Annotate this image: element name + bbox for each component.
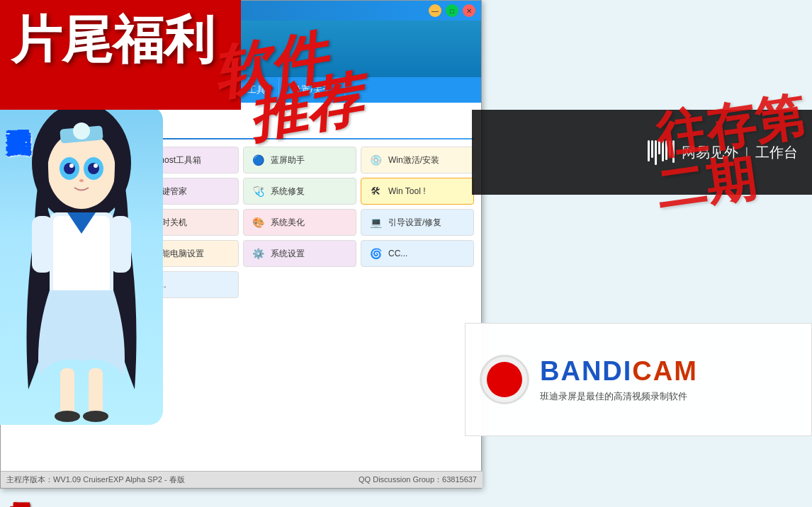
bandicam-subtitle: 班迪录屏是最佳的高清视频录制软件: [540, 390, 698, 403]
tool-wintool-label: Win Tool !: [388, 186, 425, 196]
tool-label: 系统美化: [271, 217, 305, 229]
line8: [672, 140, 675, 163]
svg-point-1: [47, 131, 115, 209]
line5: [662, 140, 664, 161]
tool-wintool[interactable]: 🛠 Win Tool !: [361, 178, 474, 205]
anime-character: [0, 106, 163, 425]
bluescreen-icon: 🔵: [249, 152, 266, 169]
status-bar: 主程序版本：WV1.09 CruiserEXP Alpha SP2 - 春版 Q…: [1, 471, 483, 488]
repair-icon: 🩺: [249, 183, 266, 200]
tool-sys-settings[interactable]: ⚙️ 系统设置: [243, 240, 356, 267]
bandicam-logo-part2: CAM: [632, 356, 698, 386]
tool-label: 系统设置: [271, 248, 305, 260]
bootloader-icon: 💻: [367, 214, 384, 231]
cc-icon: 🌀: [367, 245, 384, 262]
tool-bluescreen[interactable]: 🔵 蓝屏助手: [243, 147, 356, 173]
close-button[interactable]: ✕: [463, 4, 475, 17]
version-text: 主程序版本：WV1.09 CruiserEXP Alpha SP2 - 春版: [6, 474, 185, 485]
nav-tab-settings[interactable]: 设置/关于: [279, 77, 345, 103]
sys-settings-icon: ⚙️: [249, 245, 266, 262]
svg-point-6: [69, 164, 74, 168]
bandicam-record-circle: [487, 362, 522, 397]
tool-label: CC...: [388, 249, 407, 258]
screenshot-container: 片尾福利 主程序 - 纪念版 — □ ✕ 🏠 🔧 ⭐ 💬 首页 系统工具: [0, 0, 812, 507]
line7: [669, 140, 671, 156]
bandicam-logo: BANDICAM: [540, 356, 698, 387]
tool-cc[interactable]: 🌀 CC...: [361, 240, 474, 267]
tool-label: 蓝屏助手: [271, 154, 305, 166]
svg-point-10: [73, 123, 90, 139]
tool-win-activate[interactable]: 💿 Win激活/安装: [361, 147, 474, 173]
red-banner: 片尾福利: [0, 0, 241, 110]
bandicam-overlay: BANDICAM 班迪录屏是最佳的高清视频录制软件: [465, 323, 812, 436]
svg-point-7: [94, 164, 98, 168]
svg-point-17: [55, 411, 80, 422]
bandicam-record-button[interactable]: [480, 355, 529, 404]
tool-bootloader[interactable]: 💻 引导设置/修复: [361, 209, 474, 236]
window-controls: — □ ✕: [429, 4, 475, 17]
line4: [658, 140, 660, 154]
netease-divider: |: [745, 146, 748, 159]
minimize-button[interactable]: —: [429, 4, 441, 17]
svg-point-5: [88, 163, 99, 174]
character-background: [0, 106, 163, 425]
netease-lines-icon: [648, 140, 675, 165]
qq-text: QQ Discussion Group：63815637: [359, 474, 477, 485]
svg-rect-16: [89, 368, 103, 418]
line6: [665, 140, 667, 160]
beautify-icon: 🎨: [249, 214, 266, 231]
svg-rect-15: [60, 368, 74, 418]
red-banner-text: 片尾福利: [0, 0, 241, 79]
win-activate-icon: 💿: [367, 152, 384, 169]
svg-rect-13: [32, 216, 53, 273]
nav-tab-tools[interactable]: 工具: [235, 77, 279, 103]
bandicam-logo-part1: BANDI: [540, 356, 632, 386]
tool-repair[interactable]: 🩺 系统修复: [243, 178, 356, 205]
netease-text: 网易见外: [682, 143, 738, 162]
tool-label: 系统修复: [271, 186, 305, 198]
bandicam-text-area: BANDICAM 班迪录屏是最佳的高清视频录制软件: [540, 356, 698, 403]
netease-logo: [648, 140, 675, 165]
svg-point-4: [64, 163, 75, 174]
maximize-button[interactable]: □: [446, 4, 458, 17]
netease-panel: 网易见外 | 工作台: [472, 110, 812, 195]
svg-point-8: [79, 179, 84, 182]
svg-rect-14: [110, 216, 131, 273]
line2: [651, 140, 653, 158]
line1: [648, 140, 650, 161]
tool-label: 引导设置/修复: [388, 217, 441, 229]
netease-workspace: 工作台: [755, 143, 798, 162]
svg-point-18: [83, 411, 108, 422]
wintool-icon: 🛠: [367, 183, 384, 200]
tool-beautify[interactable]: 🎨 系统美化: [243, 209, 356, 236]
line3: [655, 140, 657, 165]
tool-label: Win激活/安装: [388, 154, 439, 166]
